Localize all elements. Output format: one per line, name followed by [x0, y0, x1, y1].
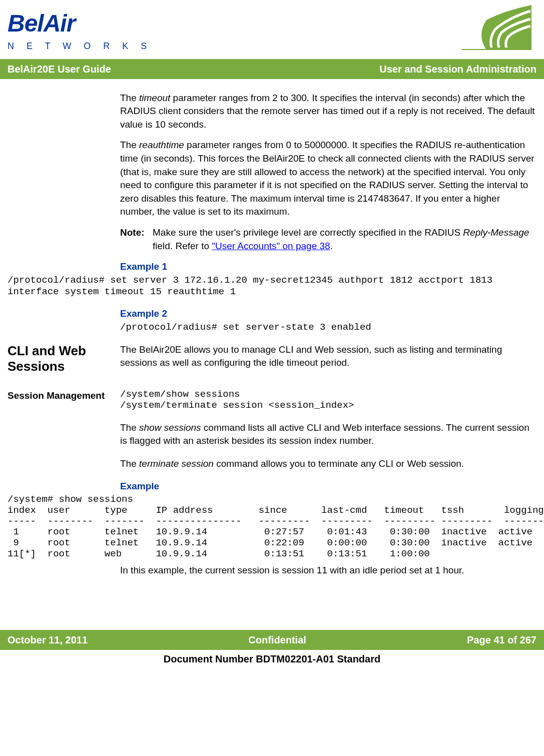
reply-message-term: Reply-Message — [463, 227, 529, 238]
reauthtime-term: reauthtime — [139, 140, 184, 150]
brand-subtitle: N E T W O R K S — [8, 40, 152, 53]
title-bar: BelAir20E User Guide User and Session Ad… — [0, 59, 544, 79]
note-label: Note: — [120, 226, 153, 253]
footer-page: Page 41 of 267 — [467, 633, 536, 647]
example3-explain: In this example, the current session is … — [120, 564, 536, 577]
cli-web-body: The BelAir20E allows you to manage CLI a… — [120, 343, 536, 379]
reauthtime-paragraph: The reauthtime parameter ranges from 0 t… — [120, 139, 536, 219]
svg-rect-0 — [461, 49, 531, 50]
example3-heading: Example — [120, 480, 536, 493]
intro-block: The timeout parameter ranges from 2 to 3… — [120, 92, 536, 274]
session-management-section: Session Management /system/show sessions… — [8, 389, 536, 494]
timeout-paragraph: The timeout parameter ranges from 2 to 3… — [120, 92, 536, 132]
brand-logo: BelAir N E T W O R K S — [8, 7, 152, 53]
guide-title: BelAir20E User Guide — [8, 62, 111, 76]
session-management-body: /system/show sessions /system/terminate … — [120, 389, 536, 494]
user-accounts-link[interactable]: "User Accounts" on page 38 — [212, 241, 330, 251]
show-sessions-term: show sessions — [139, 422, 201, 433]
cli-web-section: CLI and Web Sessions The BelAir20E allow… — [8, 343, 536, 379]
session-management-heading: Session Management — [8, 389, 120, 494]
timeout-term: timeout — [139, 93, 170, 103]
show-sessions-paragraph: The show sessions command lists all acti… — [120, 421, 536, 448]
footer-docnumber: Document Number BDTM02201-A01 Standard — [0, 650, 544, 668]
example1-code: /protocol/radius# set server 3 172.16.1.… — [8, 275, 536, 298]
note-text: Make sure the user's privilege level are… — [153, 226, 536, 253]
footer-bar: October 11, 2011 Confidential Page 41 of… — [0, 630, 544, 650]
brand-name: BelAir — [8, 7, 152, 40]
corner-graphic-icon — [461, 5, 531, 54]
page-header: BelAir N E T W O R K S — [0, 0, 544, 59]
footer-confidential: Confidential — [248, 633, 306, 647]
example2-heading: Example 2 — [120, 307, 536, 321]
section-title: User and Session Administration — [379, 62, 536, 76]
cli-web-paragraph: The BelAir20E allows you to manage CLI a… — [120, 343, 536, 370]
cli-web-heading: CLI and Web Sessions — [8, 343, 120, 379]
terminate-session-term: terminate session — [139, 458, 214, 469]
example2-block: Example 2 /protocol/radius# set server-s… — [120, 307, 536, 333]
note-block: Note: Make sure the user's privilege lev… — [120, 226, 536, 253]
example3-paragraph: In this example, the current session is … — [120, 564, 536, 577]
example3-code: /system# show sessions index user type I… — [8, 494, 536, 560]
example2-code: /protocol/radius# set server-state 3 ena… — [120, 322, 536, 333]
session-management-commands: /system/show sessions /system/terminate … — [120, 389, 536, 411]
footer-date: October 11, 2011 — [8, 633, 88, 647]
terminate-session-paragraph: The terminate session command allows you… — [120, 457, 536, 471]
page-content: The timeout parameter ranges from 2 to 3… — [0, 79, 544, 590]
example1-heading: Example 1 — [120, 260, 536, 274]
